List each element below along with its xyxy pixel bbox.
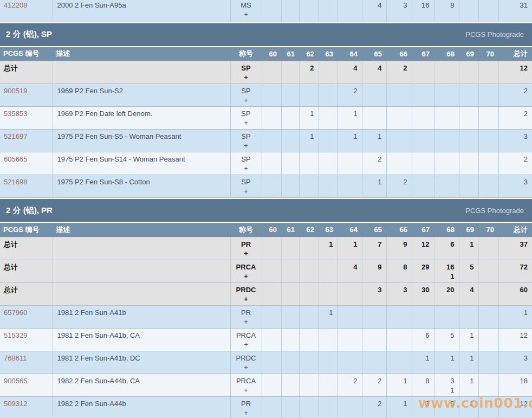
- grade-cell-69: 4: [459, 282, 478, 305]
- grade-cell-62: 1: [299, 130, 319, 152]
- grade-cell-65: 1: [362, 130, 386, 152]
- plus-grade-count: [304, 118, 314, 127]
- grade-count: [323, 84, 333, 95]
- grade-cell-68: [434, 305, 459, 328]
- plus-grade-count: [417, 272, 430, 281]
- column-header-row: PCGS 编号描述称号6061626364656667686970总计: [0, 47, 532, 61]
- plus-grade-count: [323, 141, 333, 150]
- pcgs-number-link[interactable]: 900565: [4, 377, 27, 385]
- photograde-link[interactable]: PCGS Photograde: [465, 207, 524, 215]
- grade-cell-64: 1: [338, 107, 362, 130]
- description-text: 1981 2 Fen Sun-A41b: [57, 306, 226, 317]
- pcgs-number-cell: 900565: [0, 374, 53, 396]
- grade-cell-64: [338, 305, 362, 328]
- plus-grade-count: [286, 187, 295, 196]
- pcgs-number-link[interactable]: 605665: [4, 155, 27, 163]
- grade-count: [323, 351, 333, 363]
- pcgs-number-link[interactable]: 412208: [4, 1, 27, 9]
- total-row-label: 总计: [4, 240, 18, 248]
- grade-cell-70: [478, 328, 498, 351]
- grade-cell-63: [319, 0, 338, 22]
- description-text: 1982 2 Fen Sun-A44b: [57, 397, 226, 408]
- plus-grade-count: [323, 317, 333, 326]
- row-total-value: 18: [503, 374, 528, 385]
- grade-cell-68: [434, 84, 459, 107]
- grade-count: [342, 175, 358, 187]
- grade-count: [391, 329, 407, 340]
- grade-count: [367, 329, 382, 340]
- description-text: 1982 2 Fen Sun-A44b, CA: [57, 374, 226, 385]
- plus-grade-count: [439, 95, 455, 105]
- designation-cell: PR+: [230, 396, 262, 418]
- row-total-cell: 12: [498, 328, 532, 351]
- grade-cell-68: 8: [434, 0, 459, 22]
- designation-cell: PR+: [230, 237, 262, 260]
- pcgs-number-link[interactable]: 900519: [4, 87, 27, 95]
- grade-count: [417, 152, 430, 164]
- plus-grade-count: [286, 10, 295, 19]
- pcgs-number-link[interactable]: 515329: [4, 331, 27, 339]
- grade-count: [342, 397, 358, 408]
- grade-cell-66: 3: [386, 282, 412, 305]
- total-row: 总计 SP+ 2 4 4 2 12: [0, 61, 532, 84]
- pcgs-number-link[interactable]: 768611: [4, 354, 27, 362]
- row-total-value: 12: [503, 61, 528, 73]
- grade-count: [323, 107, 333, 118]
- pcgs-number-link[interactable]: 521697: [4, 132, 27, 140]
- designation-cell: PRDC+: [230, 282, 262, 305]
- grade-cell-63: [319, 328, 338, 351]
- grade-cell-68: 20: [434, 282, 459, 305]
- pcgs-number-link[interactable]: 535853: [4, 110, 27, 118]
- plus-grade-count: [439, 317, 455, 326]
- row-total-cell: 12: [498, 396, 532, 418]
- photograde-link[interactable]: PCGS Photograde: [465, 30, 524, 38]
- grade-cell-61: [281, 351, 299, 374]
- grade-count: [367, 107, 382, 118]
- grade-cell-68: [434, 130, 459, 152]
- pcgs-number-cell: 605665: [0, 152, 53, 175]
- grade-cell-67: [412, 84, 434, 107]
- grade-cell-60: [262, 152, 281, 175]
- grade-count: 2: [391, 175, 407, 187]
- grade-count: 8: [417, 374, 430, 385]
- grade-cell-65: 4: [362, 0, 386, 22]
- plus-designation-label: +: [235, 141, 257, 150]
- pcgs-number-cell: 521698: [0, 175, 53, 198]
- plus-grade-count: [286, 164, 295, 173]
- description-cell: 1982 2 Fen Sun-A44b: [53, 396, 230, 418]
- grade-cell-66: [386, 152, 412, 175]
- grade-cell-64: 1: [338, 237, 362, 260]
- pcgs-number-cell: 总计: [0, 260, 53, 282]
- grade-count: 1: [342, 237, 358, 249]
- grade-count: 3: [391, 0, 407, 10]
- pcgs-number-link[interactable]: 509312: [4, 400, 27, 408]
- grade-cell-60: [262, 107, 281, 130]
- plus-grade-count: [267, 408, 277, 417]
- plus-grade-count: [391, 363, 407, 372]
- grade-count: [464, 107, 474, 118]
- designation-label: PR: [235, 397, 257, 408]
- grade-cell-68: [434, 175, 459, 198]
- column-header-grade-67: 67: [412, 223, 434, 237]
- plus-grade-count: [483, 141, 494, 150]
- pcgs-number-link[interactable]: 521698: [4, 178, 27, 186]
- plus-grade-count: [464, 385, 474, 395]
- grade-count: 4: [342, 260, 358, 272]
- grade-count: [267, 260, 277, 272]
- grade-count: [342, 0, 358, 10]
- pcgs-number-link[interactable]: 657960: [4, 308, 27, 317]
- grade-cell-67: [412, 175, 434, 198]
- grade-count: 12: [417, 237, 430, 249]
- plus-grade-count: [342, 187, 358, 196]
- plus-designation-label: +: [235, 73, 257, 82]
- grade-count: 30: [417, 283, 430, 294]
- row-total-cell: 2: [498, 84, 532, 107]
- plus-designation-label: +: [235, 118, 257, 127]
- plus-grade-count: [267, 141, 277, 150]
- designation-label: PRDC: [235, 351, 257, 363]
- grade-count: [304, 374, 314, 385]
- row-total-cell: 18: [498, 374, 532, 396]
- grade-cell-65: [362, 351, 386, 374]
- plus-grade-count: [417, 10, 430, 19]
- plus-designation-label: +: [235, 95, 257, 105]
